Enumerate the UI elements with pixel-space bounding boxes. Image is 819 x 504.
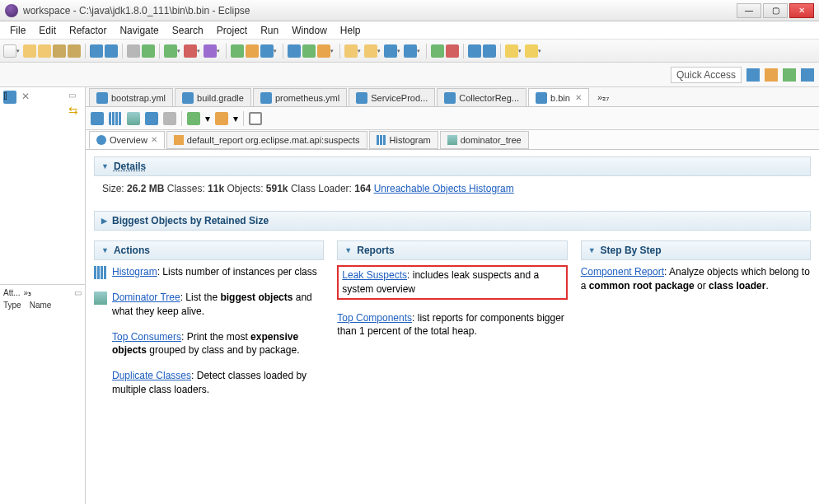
profile-icon[interactable] — [204, 44, 217, 58]
tool-icon-12[interactable] — [404, 44, 417, 58]
forward-icon[interactable] — [525, 44, 538, 58]
collapse-icon: ▼ — [101, 246, 109, 254]
tool-icon-13[interactable] — [431, 44, 444, 58]
chart-icon[interactable] — [246, 44, 259, 58]
editor-tab-overflow[interactable]: »₂₇ — [591, 88, 615, 106]
perspective-icon-4[interactable] — [801, 68, 814, 82]
file-icon — [356, 92, 367, 104]
menu-project[interactable]: Project — [210, 23, 254, 38]
tool-icon-5[interactable] — [260, 44, 274, 58]
step-header[interactable]: ▼Step By Step — [581, 240, 811, 260]
tool-icon[interactable] — [90, 44, 103, 58]
menu-navigate[interactable]: Navigate — [113, 23, 165, 38]
back-icon[interactable] — [505, 44, 518, 58]
quick-access-input[interactable]: Quick Access — [671, 67, 742, 83]
tab-overflow[interactable]: »₃ — [24, 288, 32, 297]
top-consumers-link[interactable]: Top Consumers — [112, 331, 181, 343]
tool-icon-3[interactable] — [127, 44, 140, 58]
menu-file[interactable]: File — [3, 23, 32, 38]
overview-columns: ▼Actions Histogram: Lists number of inst… — [94, 240, 811, 408]
search-icon[interactable] — [249, 112, 262, 125]
save-icon[interactable] — [53, 44, 66, 58]
menu-refactor[interactable]: Refactor — [63, 23, 113, 38]
subtab-overview[interactable]: Overview✕ — [89, 131, 165, 149]
info-icon[interactable] — [91, 112, 104, 125]
subtab-dominator[interactable]: dominator_tree — [440, 131, 529, 149]
save-all-icon[interactable] — [68, 44, 81, 58]
menu-window[interactable]: Window — [285, 23, 334, 38]
editor-tab[interactable]: prometheus.yml — [253, 88, 347, 106]
dominator-icon[interactable] — [127, 112, 140, 125]
tool-icon-8[interactable] — [317, 44, 330, 58]
menu-help[interactable]: Help — [334, 23, 367, 38]
refresh-icon[interactable]: ⇆ — [68, 104, 78, 117]
menu-edit[interactable]: Edit — [32, 23, 63, 38]
overview-pane: ▼Details Size: 26.2 MB Classes: 11k Obje… — [86, 150, 819, 504]
report-icon — [174, 135, 184, 145]
menu-search[interactable]: Search — [166, 23, 210, 38]
reports-header[interactable]: ▼Reports — [337, 240, 567, 260]
minimize-view-icon-2[interactable]: ▭ — [74, 288, 82, 297]
editor-tab[interactable]: bootstrap.yml — [89, 88, 173, 106]
heap-icon[interactable] — [231, 44, 244, 58]
tool-icon-2[interactable] — [105, 44, 118, 58]
run-report-icon[interactable] — [187, 112, 200, 125]
leak-suspects-link[interactable]: Leak Suspects — [342, 269, 407, 281]
tree-icon — [94, 292, 107, 305]
minimize-button[interactable]: — — [737, 3, 761, 18]
histogram-icon — [94, 266, 107, 279]
open-icon[interactable] — [23, 44, 36, 58]
perspective-icon-1[interactable] — [746, 68, 760, 82]
tool-icon-15[interactable] — [468, 44, 481, 58]
oql-icon[interactable] — [145, 112, 158, 125]
stop-icon[interactable] — [184, 44, 197, 58]
dominator-link[interactable]: Dominator Tree — [112, 292, 180, 303]
details-header[interactable]: ▼Details — [94, 156, 811, 176]
histogram-icon[interactable] — [109, 112, 122, 125]
perspective-icon-3[interactable] — [783, 68, 796, 82]
duplicate-classes-link[interactable]: Duplicate Classes — [112, 370, 191, 381]
tool-icon-10[interactable] — [364, 44, 377, 58]
subtab-histogram[interactable]: Histogram — [369, 131, 438, 149]
attributes-tab[interactable]: Att... — [3, 288, 21, 297]
step-item: Component Report: Analyze objects which … — [581, 265, 811, 293]
tool-icon-4[interactable] — [142, 44, 155, 58]
reports-column: ▼Reports Leak Suspects: includes leak su… — [337, 240, 567, 408]
menu-run[interactable]: Run — [254, 23, 285, 38]
subtab-report[interactable]: default_report org.eclipse.mat.api:suspe… — [166, 131, 367, 149]
tool-icon-6[interactable] — [288, 44, 301, 58]
unreachable-link[interactable]: Unreachable Objects Histogram — [374, 183, 514, 194]
title-bar: workspace - C:\java\jdk1.8.0_111\bin\b.b… — [0, 0, 819, 21]
minimize-view-icon[interactable]: ▭ — [68, 91, 82, 104]
perspective-icon-2[interactable] — [765, 68, 778, 82]
close-view-icon[interactable]: ✕ — [21, 91, 35, 104]
tool-icon-14[interactable] — [446, 44, 459, 58]
view-icon[interactable]: 𝕀 — [3, 91, 16, 104]
maximize-button[interactable]: ▢ — [763, 3, 788, 18]
tool-icon-7[interactable] — [302, 44, 316, 58]
editor-tab[interactable]: ServiceProd... — [349, 88, 435, 106]
close-subtab-icon[interactable]: ✕ — [151, 135, 157, 144]
histogram-link[interactable]: Histogram — [112, 266, 157, 278]
component-report-link[interactable]: Component Report — [581, 266, 664, 278]
editor-tab[interactable]: build.gradle — [175, 88, 251, 106]
tool-icon-11[interactable] — [384, 44, 397, 58]
editor-tab-active[interactable]: b.bin✕ — [528, 88, 589, 106]
editor-tab-bar: bootstrap.yml build.gradle prometheus.ym… — [86, 87, 819, 107]
query-icon[interactable] — [215, 112, 228, 125]
tool-icon-9[interactable] — [344, 44, 358, 58]
thread-icon[interactable] — [163, 112, 176, 125]
tool-icon-16[interactable] — [483, 44, 496, 58]
close-button[interactable]: ✕ — [789, 3, 814, 18]
app-icon — [5, 4, 18, 17]
action-item: Dominator Tree: List the biggest objects… — [94, 291, 324, 319]
collapse-icon: ▼ — [344, 246, 352, 254]
top-components-link[interactable]: Top Components — [337, 312, 412, 324]
editor-tab[interactable]: CollectorReg... — [437, 88, 526, 106]
biggest-header[interactable]: ▶Biggest Objects by Retained Size — [94, 211, 811, 231]
new-icon[interactable] — [3, 44, 16, 58]
open-folder-icon[interactable] — [38, 44, 51, 58]
debug-icon[interactable] — [164, 44, 177, 58]
actions-header[interactable]: ▼Actions — [94, 240, 324, 260]
close-tab-icon[interactable]: ✕ — [575, 93, 582, 102]
